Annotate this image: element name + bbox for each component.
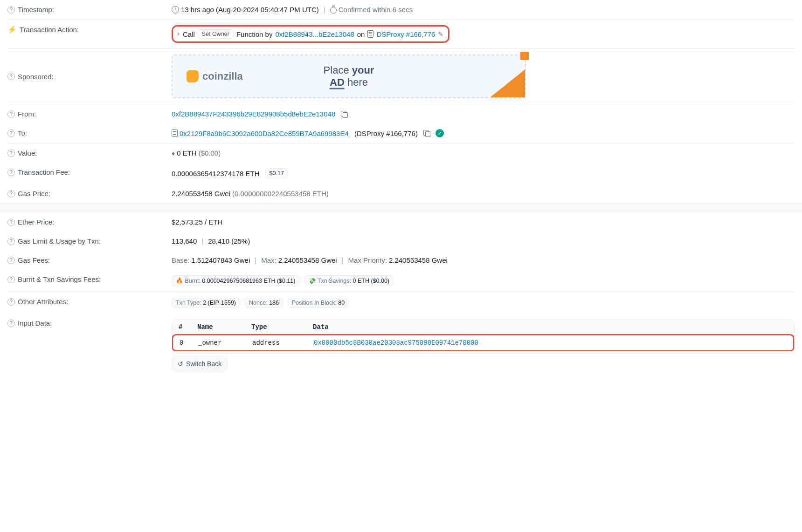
action-target-link[interactable]: DSProxy #166,776 bbox=[376, 30, 435, 38]
action-call: Call bbox=[183, 30, 195, 38]
label-gasprice: Gas Price: bbox=[18, 190, 50, 198]
savings-pill: 💸 Txn Savings: 0 ETH ($0.00) bbox=[304, 275, 394, 286]
gasfees-max-label: Max: bbox=[261, 256, 277, 264]
clock-icon bbox=[172, 6, 179, 14]
timestamp-confirmed: Confirmed within 6 secs bbox=[339, 6, 413, 14]
help-icon[interactable]: ? bbox=[7, 6, 15, 14]
gaslimit-usage: 28,410 (25%) bbox=[208, 237, 250, 245]
row-action: ⚡ Transaction Action: Call Set Owner Fun… bbox=[7, 20, 795, 48]
col-idx: # bbox=[179, 323, 197, 331]
ad-peek-icon bbox=[520, 52, 529, 60]
action-from-link[interactable]: 0xf2B88943...bE2e13048 bbox=[275, 30, 354, 38]
help-icon[interactable]: ? bbox=[7, 73, 15, 80]
gasprice-eth: (0.000000002240553458 ETH) bbox=[232, 190, 329, 198]
label-to: To: bbox=[18, 129, 27, 137]
col-data: Data bbox=[313, 323, 788, 331]
to-address-link[interactable]: 0x2129F8a9b6C3092a600Da82Ce859B7A9a69983… bbox=[180, 130, 349, 137]
ad-corner-icon bbox=[490, 69, 525, 97]
label-etherprice: Ether Price: bbox=[18, 218, 54, 226]
label-from: From: bbox=[18, 110, 36, 118]
fee-eth: 0.00006365412374178 ETH bbox=[172, 170, 260, 177]
action-on: on bbox=[357, 30, 365, 38]
help-icon[interactable]: ? bbox=[7, 238, 15, 245]
help-icon[interactable]: ? bbox=[7, 257, 15, 264]
cell-idx: 0 bbox=[180, 339, 198, 347]
gasfees-base: 1.512407843 Gwei bbox=[191, 256, 250, 264]
row-fee: ? Transaction Fee: 0.00006365412374178 E… bbox=[7, 163, 795, 184]
pencil-icon[interactable]: ✎ bbox=[438, 30, 443, 38]
row-timestamp: ? Timestamp: 13 hrs ago (Aug-20-2024 05:… bbox=[7, 0, 795, 19]
coinzilla-logo-icon bbox=[187, 70, 199, 82]
bolt-icon: ⚡ bbox=[7, 25, 17, 34]
caret-right-icon bbox=[178, 32, 180, 36]
help-icon[interactable]: ? bbox=[7, 298, 15, 306]
help-icon[interactable]: ? bbox=[7, 110, 15, 118]
label-gaslimit: Gas Limit & Usage by Txn: bbox=[18, 237, 101, 245]
gaslimit-limit: 113,640 bbox=[172, 237, 197, 245]
action-tag: Set Owner bbox=[198, 29, 234, 39]
ad-brand: coinzilla bbox=[202, 70, 243, 82]
value-usd: ($0.00) bbox=[199, 149, 221, 157]
attr-txntype: Txn Type: 2 (EIP-1559) bbox=[172, 298, 240, 308]
fee-usd: $0.17 bbox=[270, 170, 284, 177]
timestamp-full: (Aug-20-2024 05:40:47 PM UTC) bbox=[216, 6, 319, 14]
cell-data-link[interactable]: 0x0000db5c8B030ae20308ac975898E09741e700… bbox=[314, 339, 478, 347]
action-funcby: Function by bbox=[236, 30, 273, 38]
row-gasprice: ? Gas Price: 2.240553458 Gwei (0.0000000… bbox=[7, 184, 795, 203]
row-gaslimit: ? Gas Limit & Usage by Txn: 113,640 | 28… bbox=[7, 232, 795, 251]
table-head: # Name Type Data bbox=[172, 320, 794, 334]
help-icon[interactable]: ? bbox=[7, 218, 15, 226]
label-fee: Transaction Fee: bbox=[18, 168, 70, 176]
label-inputdata: Input Data: bbox=[18, 319, 52, 327]
table-row: 0 _owner address 0x0000db5c8B030ae20308a… bbox=[172, 334, 795, 352]
value-eth: 0 ETH bbox=[177, 149, 197, 157]
label-timestamp: Timestamp: bbox=[18, 6, 54, 14]
eth-icon: ♦ bbox=[172, 150, 175, 157]
etherprice-value: $2,573.25 / ETH bbox=[172, 218, 222, 226]
help-icon[interactable]: ? bbox=[7, 190, 15, 198]
switch-back-button[interactable]: ↺ Switch Back bbox=[172, 356, 228, 371]
input-data-table: # Name Type Data 0 _owner address 0x0000… bbox=[172, 319, 795, 352]
timestamp-ago: 13 hrs ago bbox=[181, 6, 214, 14]
copy-icon[interactable] bbox=[423, 130, 430, 136]
from-address-link[interactable]: 0xf2B889437F243396b29E829908b5d8ebE2e130… bbox=[172, 110, 335, 118]
gasfees-max: 2.240553458 Gwei bbox=[278, 256, 337, 264]
gasfees-prio-label: Max Priority: bbox=[348, 256, 387, 264]
label-action: Transaction Action: bbox=[20, 26, 79, 34]
cell-type: address bbox=[252, 339, 314, 347]
check-badge-icon: ✓ bbox=[436, 129, 444, 137]
col-type: Type bbox=[251, 323, 313, 331]
help-icon[interactable]: ? bbox=[7, 276, 15, 283]
help-icon[interactable]: ? bbox=[7, 150, 15, 157]
cell-name: _owner bbox=[198, 339, 252, 347]
label-burnt: Burnt & Txn Savings Fees: bbox=[18, 275, 101, 283]
row-inputdata: ? Input Data: # Name Type Data 0 _owner … bbox=[7, 314, 795, 377]
row-sponsored: ? Sponsored: coinzilla Place your AD her… bbox=[7, 49, 795, 104]
row-etherprice: ? Ether Price: $2,573.25 / ETH bbox=[7, 212, 795, 232]
col-name: Name bbox=[197, 323, 251, 331]
help-icon[interactable]: ? bbox=[7, 320, 15, 327]
gasprice-gwei: 2.240553458 Gwei bbox=[172, 190, 230, 198]
to-name: (DSProxy #166,776) bbox=[354, 130, 418, 137]
gasfees-base-label: Base: bbox=[172, 256, 189, 264]
row-burnt: ? Burnt & Txn Savings Fees: 🔥 Burnt: 0.0… bbox=[7, 270, 795, 292]
help-icon[interactable]: ? bbox=[7, 169, 15, 176]
row-value: ? Value: ♦ 0 ETH ($0.00) bbox=[7, 143, 795, 163]
attr-pos: Position In Block: 80 bbox=[288, 298, 349, 308]
row-attrs: ? Other Attributes: Txn Type: 2 (EIP-155… bbox=[7, 292, 795, 314]
stopwatch-icon bbox=[330, 7, 337, 14]
ad-banner[interactable]: coinzilla Place your AD here bbox=[172, 55, 526, 98]
action-highlight: Call Set Owner Function by 0xf2B88943...… bbox=[172, 25, 449, 43]
help-icon[interactable]: ? bbox=[7, 130, 15, 137]
doc-icon bbox=[172, 130, 178, 137]
label-value: Value: bbox=[18, 149, 37, 157]
copy-icon[interactable] bbox=[341, 111, 347, 117]
gasfees-prio: 2.240553458 Gwei bbox=[389, 256, 448, 264]
row-from: ? From: 0xf2B889437F243396b29E829908b5d8… bbox=[7, 104, 795, 123]
ad-text: Place your AD here bbox=[324, 64, 374, 89]
attr-nonce: Nonce: 186 bbox=[245, 298, 283, 308]
undo-icon: ↺ bbox=[178, 360, 183, 368]
row-to: ? To: 0x2129F8a9b6C3092a600Da82Ce859B7A9… bbox=[7, 123, 795, 143]
row-gasfees: ? Gas Fees: Base: 1.512407843 Gwei | Max… bbox=[7, 251, 795, 270]
label-sponsored: Sponsored: bbox=[18, 73, 54, 81]
